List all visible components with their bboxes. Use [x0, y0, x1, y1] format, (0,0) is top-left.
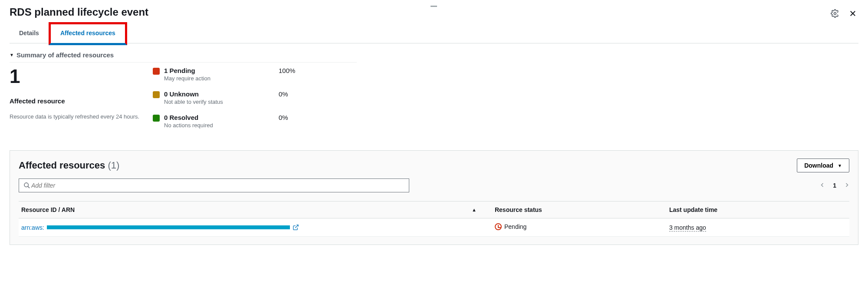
- status-row-unknown: 0 Unknown Not able to verify status 0%: [153, 90, 357, 105]
- col-resource-label: Resource ID / ARN: [21, 206, 75, 213]
- close-icon: [849, 10, 857, 17]
- tab-details[interactable]: Details: [10, 24, 49, 43]
- status-pending-desc: May require action: [164, 75, 210, 82]
- status-pending-label: 1 Pending: [164, 67, 210, 74]
- filter-input[interactable]: [30, 182, 404, 189]
- col-resource[interactable]: Resource ID / ARN ▲: [19, 202, 492, 218]
- search-icon: [23, 182, 30, 189]
- col-status[interactable]: Resource status: [492, 202, 667, 218]
- download-label: Download: [804, 162, 833, 169]
- status-resolved-label: 0 Resolved: [164, 114, 213, 121]
- status-row-pending: 1 Pending May require action 100%: [153, 67, 357, 82]
- settings-button[interactable]: [829, 7, 841, 21]
- svg-point-3: [24, 183, 28, 187]
- summary-toggle[interactable]: Summary of affected resources: [10, 51, 858, 59]
- refresh-note: Resource data is typically refreshed eve…: [10, 113, 140, 120]
- chevron-right-icon: [844, 182, 849, 188]
- external-link-icon: [293, 224, 299, 231]
- page-next[interactable]: [844, 182, 849, 190]
- chevron-left-icon: [820, 182, 825, 188]
- page-current: 1: [833, 182, 836, 189]
- affected-count: 1: [10, 67, 153, 86]
- page-prev[interactable]: [820, 182, 825, 190]
- svg-point-0: [834, 12, 836, 14]
- card-count: (1): [108, 160, 119, 171]
- close-button[interactable]: [847, 8, 858, 20]
- arn-redacted: [47, 225, 290, 229]
- status-resolved-pct: 0%: [279, 114, 288, 121]
- affected-resources-card: Affected resources (1) Download 1: [10, 150, 858, 245]
- card-title-text: Affected resources: [19, 160, 105, 171]
- tab-affected-resources[interactable]: Affected resources: [49, 22, 127, 45]
- resource-arn-link[interactable]: arn:aws:: [21, 224, 299, 231]
- status-cell: Pending: [495, 223, 526, 230]
- svg-line-4: [28, 186, 30, 188]
- svg-line-5: [295, 225, 298, 228]
- panel-resize-grip[interactable]: ||: [430, 5, 438, 6]
- tabs: Details Affected resources: [10, 24, 858, 43]
- status-resolved-desc: No actions required: [164, 122, 213, 129]
- pagination: 1: [820, 182, 849, 190]
- resources-table: Resource ID / ARN ▲ Resource status Last…: [19, 201, 849, 237]
- affected-count-label: Affected resource: [10, 97, 153, 105]
- summary-heading: Summary of affected resources: [16, 51, 114, 59]
- col-updated[interactable]: Last update time: [667, 202, 849, 218]
- card-title: Affected resources (1): [19, 160, 119, 171]
- table-row: arn:aws: Pending 3 months ago: [19, 218, 849, 237]
- page-title: RDS planned lifecycle event: [10, 6, 148, 18]
- status-row-resolved: 0 Resolved No actions required 0%: [153, 114, 357, 129]
- sort-asc-icon: ▲: [472, 207, 477, 212]
- status-unknown-desc: Not able to verify status: [164, 99, 223, 105]
- status-unknown-pct: 0%: [279, 90, 288, 98]
- swatch-resolved: [153, 115, 160, 122]
- status-unknown-label: 0 Unknown: [164, 90, 223, 98]
- download-button[interactable]: Download: [797, 159, 849, 172]
- status-text: Pending: [504, 223, 526, 230]
- swatch-pending: [153, 68, 160, 75]
- filter-input-container[interactable]: [19, 178, 409, 192]
- swatch-unknown: [153, 91, 160, 98]
- divider: [10, 62, 357, 63]
- pending-icon: [495, 223, 502, 230]
- arn-prefix: arn:aws:: [21, 224, 44, 231]
- status-pending-pct: 100%: [279, 67, 295, 74]
- gear-icon: [831, 9, 839, 18]
- last-update-time: 3 months ago: [669, 224, 706, 231]
